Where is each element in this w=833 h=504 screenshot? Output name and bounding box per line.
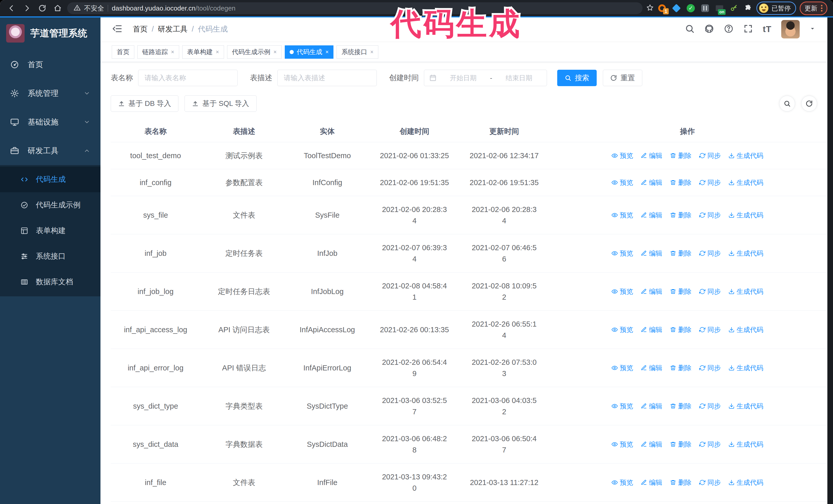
close-icon[interactable]: ×: [171, 49, 174, 55]
browser-update-button[interactable]: 更新: [800, 2, 827, 15]
action-sync-link[interactable]: 同步: [699, 210, 721, 221]
action-delete-link[interactable]: 删除: [670, 286, 691, 297]
user-avatar[interactable]: [781, 20, 800, 39]
back-icon[interactable]: [6, 2, 18, 14]
action-eye-link[interactable]: 预览: [612, 439, 633, 450]
close-icon[interactable]: ×: [273, 49, 277, 55]
action-eye-link[interactable]: 预览: [612, 248, 633, 259]
action-delete-link[interactable]: 删除: [670, 324, 691, 335]
action-delete-link[interactable]: 删除: [670, 439, 691, 450]
refresh-table-button[interactable]: [801, 96, 817, 112]
tab-5[interactable]: 系统接口×: [336, 45, 378, 59]
action-edit-link[interactable]: 编辑: [641, 362, 662, 374]
table-name-input[interactable]: [138, 70, 238, 86]
import-sql-button[interactable]: 基于 SQL 导入: [185, 95, 257, 112]
sidebar-item-2[interactable]: 基础设施: [0, 108, 100, 136]
action-delete-link[interactable]: 删除: [670, 401, 691, 412]
browser-profile-chip[interactable]: 已暂停: [756, 2, 796, 15]
breadcrumb-item-1[interactable]: 研发工具: [158, 24, 188, 34]
action-edit-link[interactable]: 编辑: [641, 150, 662, 161]
caret-down-icon[interactable]: [809, 26, 815, 33]
extension-gem-icon[interactable]: [672, 4, 681, 13]
action-eye-link[interactable]: 预览: [612, 177, 633, 188]
action-download-link[interactable]: 生成代码: [729, 177, 763, 188]
action-delete-link[interactable]: 删除: [670, 248, 691, 259]
action-delete-link[interactable]: 删除: [670, 150, 691, 161]
close-icon[interactable]: ×: [370, 49, 374, 55]
extension-on-icon[interactable]: on: [715, 4, 724, 13]
action-sync-link[interactable]: 同步: [699, 177, 721, 188]
home-icon[interactable]: [52, 2, 64, 14]
action-delete-link[interactable]: 删除: [670, 210, 691, 221]
extension-check-icon[interactable]: ✓: [686, 4, 695, 13]
submenu-item-4[interactable]: 数据库文档: [0, 269, 100, 295]
reload-icon[interactable]: [37, 2, 48, 14]
action-edit-link[interactable]: 编辑: [641, 439, 662, 450]
action-download-link[interactable]: 生成代码: [729, 286, 763, 297]
close-icon[interactable]: ×: [326, 49, 329, 55]
help-icon[interactable]: [724, 24, 734, 34]
submenu-item-3[interactable]: 系统接口: [0, 243, 100, 269]
extensions-puzzle-icon[interactable]: [743, 4, 753, 13]
action-sync-link[interactable]: 同步: [699, 248, 721, 259]
action-sync-link[interactable]: 同步: [699, 362, 721, 374]
action-download-link[interactable]: 生成代码: [729, 439, 763, 450]
extension-sliders-icon[interactable]: [700, 4, 710, 13]
search-icon[interactable]: [685, 24, 695, 34]
tab-1[interactable]: 链路追踪×: [137, 45, 179, 59]
action-sync-link[interactable]: 同步: [699, 477, 721, 488]
action-sync-link[interactable]: 同步: [699, 150, 721, 161]
action-eye-link[interactable]: 预览: [612, 401, 633, 412]
action-edit-link[interactable]: 编辑: [641, 477, 662, 488]
action-eye-link[interactable]: 预览: [612, 324, 633, 335]
action-edit-link[interactable]: 编辑: [641, 248, 662, 259]
action-download-link[interactable]: 生成代码: [729, 150, 763, 161]
action-edit-link[interactable]: 编辑: [641, 286, 662, 297]
action-delete-link[interactable]: 删除: [670, 362, 691, 374]
sidebar-toggle-icon[interactable]: [112, 24, 122, 35]
action-download-link[interactable]: 生成代码: [729, 362, 763, 374]
action-sync-link[interactable]: 同步: [699, 439, 721, 450]
action-delete-link[interactable]: 删除: [670, 477, 691, 488]
submenu-item-2[interactable]: 表单构建: [0, 218, 100, 243]
action-sync-link[interactable]: 同步: [699, 324, 721, 335]
action-sync-link[interactable]: 同步: [699, 401, 721, 412]
tab-2[interactable]: 表单构建×: [182, 45, 224, 59]
action-sync-link[interactable]: 同步: [699, 286, 721, 297]
action-edit-link[interactable]: 编辑: [641, 210, 662, 221]
search-button[interactable]: 搜索: [557, 70, 597, 86]
font-size-icon[interactable]: tT: [763, 24, 771, 34]
browser-scrollbar[interactable]: [827, 17, 833, 504]
logo[interactable]: 芋道管理系统: [0, 17, 100, 50]
table-desc-input[interactable]: [277, 70, 377, 86]
action-eye-link[interactable]: 预览: [612, 477, 633, 488]
reset-button[interactable]: 重置: [603, 70, 642, 86]
toggle-search-button[interactable]: [779, 96, 795, 112]
import-db-button[interactable]: 基于 DB 导入: [111, 95, 178, 112]
action-download-link[interactable]: 生成代码: [729, 248, 763, 259]
tab-0[interactable]: 首页: [112, 45, 134, 59]
action-eye-link[interactable]: 预览: [612, 362, 633, 374]
address-bar[interactable]: 不安全 dashboard.yudao.iocoder.cn/tool/code…: [67, 2, 643, 14]
submenu-item-1[interactable]: 代码生成示例: [0, 192, 100, 218]
tab-4[interactable]: 代码生成×: [285, 45, 334, 59]
action-download-link[interactable]: 生成代码: [729, 324, 763, 335]
action-edit-link[interactable]: 编辑: [641, 324, 662, 335]
action-download-link[interactable]: 生成代码: [729, 210, 763, 221]
sidebar-item-1[interactable]: 系统管理: [0, 79, 100, 108]
action-download-link[interactable]: 生成代码: [729, 477, 763, 488]
action-eye-link[interactable]: 预览: [612, 210, 633, 221]
action-download-link[interactable]: 生成代码: [729, 401, 763, 412]
github-icon[interactable]: [704, 24, 714, 34]
breadcrumb-item-0[interactable]: 首页: [133, 24, 148, 34]
action-edit-link[interactable]: 编辑: [641, 177, 662, 188]
extension-key-icon[interactable]: [729, 4, 738, 13]
browser-menu-icon[interactable]: [821, 5, 823, 11]
sidebar-item-0[interactable]: 首页: [0, 50, 100, 79]
forward-icon[interactable]: [21, 2, 33, 14]
close-icon[interactable]: ×: [216, 49, 219, 55]
extension-orange-icon[interactable]: 1: [658, 4, 667, 13]
bookmark-star-icon[interactable]: [646, 4, 654, 13]
submenu-item-0[interactable]: 代码生成: [0, 167, 100, 192]
fullscreen-icon[interactable]: [743, 24, 753, 34]
